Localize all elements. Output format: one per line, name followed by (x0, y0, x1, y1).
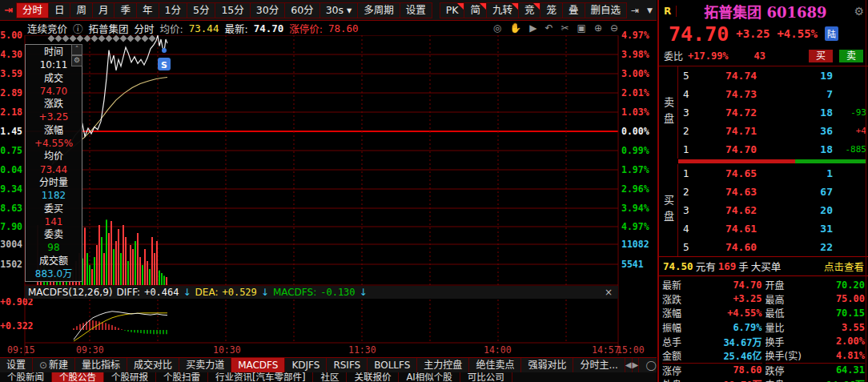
alert-price: 74.50 (663, 260, 693, 272)
ask-row[interactable]: 1 74.70 18 -885 (678, 140, 868, 159)
diamond-mark (105, 35, 112, 42)
bid-row[interactable]: 1 74.65 1 (678, 164, 868, 183)
period-tab[interactable]: 年 (136, 2, 159, 18)
period-tab[interactable]: 周 (70, 2, 93, 18)
news-tab[interactable]: AI相似个股 (399, 372, 460, 382)
close-icon[interactable]: × (605, 287, 613, 298)
gear-icon[interactable]: ⚙ (71, 55, 82, 66)
indicator-tab[interactable]: 买卖力道 (179, 358, 231, 372)
play-icon[interactable]: ▶ (529, 22, 536, 34)
indicator-tab[interactable]: 强弱对比 (521, 358, 573, 372)
news-tab[interactable]: 个股研报 (104, 372, 156, 382)
tool-tab[interactable]: 笼 (540, 2, 563, 18)
scroll-right-icon[interactable]: ▶ (633, 358, 640, 372)
big-order-alert[interactable]: 74.50 元有 169 手 大买单 点击查看 (659, 256, 868, 276)
news-tab[interactable]: 可比公司 (460, 372, 512, 382)
ask-row[interactable]: 4 74.73 7 (678, 85, 868, 103)
indicator-tab[interactable]: BOLLFS (368, 358, 417, 372)
period-tab[interactable]: 月 (92, 2, 115, 18)
volume-bar (96, 245, 98, 285)
tool-tab[interactable]: 删自选 (585, 2, 628, 18)
hand-icon[interactable]: ✋ (509, 22, 521, 34)
indicator-tab[interactable]: 绝佳卖点 (469, 358, 521, 372)
macd-title[interactable]: MACDFS(12,26,9) (28, 287, 112, 298)
bid-volume: 20 (786, 204, 833, 216)
frame-icon[interactable]: ▣ (577, 22, 586, 34)
bid-row[interactable]: 4 74.61 31 (678, 219, 868, 238)
jump-icon[interactable]: ⇥ (0, 4, 17, 16)
period-tab[interactable]: 30s ▾ (319, 2, 359, 18)
level: 1 (683, 168, 696, 179)
news-tab[interactable]: 个股扫雷 (156, 372, 208, 382)
stat-item: 量比 3.55 (766, 320, 866, 335)
tool-tab[interactable]: 简 (464, 2, 487, 18)
bid-row[interactable]: 3 74.62 20 (678, 201, 868, 219)
tool-tab[interactable]: 叠 (562, 2, 585, 18)
axis-tick-label: 72.89 (0, 87, 22, 99)
news-tab[interactable]: 社区 (313, 372, 347, 382)
undo-icon[interactable]: ↶ (545, 22, 553, 34)
jump-next-icon[interactable]: ⇥ (627, 5, 643, 16)
zoom-out-icon[interactable]: ⊖ (610, 22, 618, 34)
news-tab[interactable]: 个股公告 (52, 372, 104, 382)
zoom-in-icon[interactable]: ⊕ (594, 22, 602, 34)
ask-row[interactable]: 5 74.74 19 (678, 66, 868, 85)
sell-button[interactable]: 卖 (839, 50, 863, 62)
info-icon[interactable]: ⓘ (73, 21, 83, 36)
tooltip-row: 涨幅 (26, 124, 82, 137)
scissors-icon[interactable]: ✂ (561, 22, 569, 34)
period-tab[interactable]: 日 (48, 2, 71, 18)
indicator-tab[interactable]: 分时主... (573, 358, 625, 372)
view-details-link[interactable]: 点击查看 (824, 259, 864, 274)
period-tab[interactable]: 1分 (159, 2, 187, 18)
tick-dash (40, 283, 42, 284)
indicator-tab[interactable]: 量比指标 (75, 358, 127, 372)
new-indicator-tab[interactable]: ⊙新建 (33, 358, 75, 372)
tick-dash (43, 283, 45, 284)
circle-icon: ◯ (645, 360, 656, 371)
period-tab[interactable]: 15分 (215, 2, 250, 18)
level: 3 (683, 205, 696, 216)
period-tab[interactable]: 60分 (284, 2, 319, 18)
tool-tab[interactable]: 九转 (486, 2, 519, 18)
volume-bar (98, 225, 100, 285)
ask-row[interactable]: 3 74.72 18 -93 (678, 103, 868, 122)
ask-row[interactable]: 2 74.71 36 +4 (678, 122, 868, 140)
stock-title[interactable]: 拓普集团 601689 (677, 1, 854, 22)
indicator-tab[interactable]: 主力控盘 (417, 358, 469, 372)
diamond-mark (98, 35, 105, 42)
bid-row[interactable]: 5 74.60 22 (678, 238, 868, 256)
period-tab[interactable]: 多周期 (357, 2, 400, 18)
bid-row[interactable]: 2 74.63 67 (678, 183, 868, 201)
weicha-value: 43 (754, 50, 766, 62)
period-tab[interactable]: 分时 (16, 2, 49, 18)
news-tab[interactable]: 行业资讯[汽车零部件] (208, 372, 313, 382)
buy-button[interactable]: 买 (809, 50, 833, 62)
period-tab[interactable]: 设置 (400, 2, 432, 18)
axis-tick-label: 4.97% (621, 221, 649, 232)
margin-marker: R (659, 6, 677, 17)
period-tab[interactable]: 30分 (250, 2, 285, 18)
period-tab[interactable]: 季 (114, 2, 137, 18)
indicator-tab[interactable]: KDJFS (285, 358, 327, 372)
stat-label: 外盘 (662, 377, 681, 382)
bid-side-label: 买盘 (661, 195, 676, 227)
indicator-settings-tab[interactable]: 设置 (0, 358, 33, 372)
eye-icon[interactable]: ◎ (493, 22, 501, 34)
news-tab[interactable]: 关联报价 (347, 372, 399, 382)
news-tab[interactable]: 个股新闻 (0, 372, 52, 382)
indicator-tab[interactable]: RSIFS (327, 358, 368, 372)
indicator-tab[interactable]: 成交对比 (127, 358, 179, 372)
tool-tab[interactable]: 竞 (518, 2, 541, 18)
collapse-icon[interactable]: ˄ (71, 44, 82, 55)
bid-volume: 22 (786, 241, 833, 253)
stat-item: 涨停 78.60 (662, 363, 762, 378)
intraday-chart-svg[interactable]: S (0, 35, 657, 356)
axis-tick-label: 67.90 (0, 221, 22, 232)
chevron-down-icon[interactable]: ▼ (643, 6, 657, 14)
scroll-left-icon[interactable]: ◀ (625, 358, 633, 372)
intraday-chart-area[interactable]: S 75.0074.3073.5972.8972.1871.4570.7570.… (0, 35, 657, 356)
indicator-tab[interactable]: MACDFS (231, 358, 285, 372)
period-tab[interactable]: 5分 (187, 2, 215, 18)
tool-tab[interactable]: PK (440, 2, 465, 18)
